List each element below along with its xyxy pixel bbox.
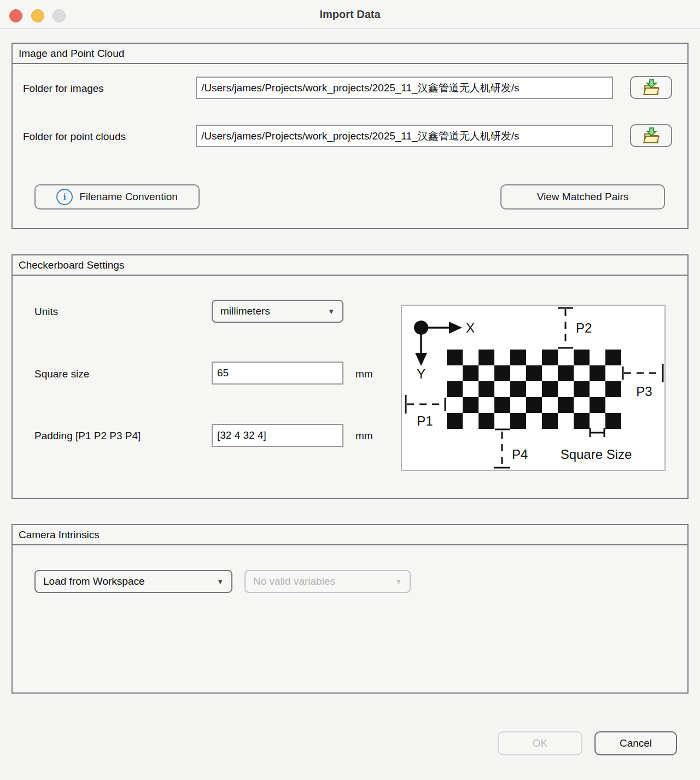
browse-clouds-button[interactable] [630,124,672,147]
folder-images-input[interactable] [196,77,613,99]
chevron-down-icon: ▼ [395,578,402,586]
section-header: Image and Point Cloud [13,44,687,64]
square-size-unit: mm [355,363,373,385]
padding-input[interactable] [212,424,343,447]
view-matched-pairs-label: View Matched Pairs [537,191,629,203]
square-size-input[interactable] [212,362,343,385]
intrinsics-variable-dropdown: No valid variables ▼ [244,570,411,593]
square-size-label: Square size [34,363,89,385]
x-axis-label: X [466,321,475,335]
open-folder-icon [641,79,662,97]
units-value: millimeters [220,305,270,317]
browse-images-button[interactable] [630,76,672,99]
p3-label: P3 [636,384,652,399]
y-axis-arrowhead [415,353,427,366]
import-data-dialog: Import Data Image and Point Cloud Folder… [0,0,700,780]
padding-label: Padding [P1 P2 P3 P4] [34,424,141,447]
p1-label: P1 [417,414,433,428]
square-size-measure-label: Square Size [561,447,632,462]
filename-convention-label: Filename Convention [79,191,178,203]
y-axis-label: Y [417,366,425,381]
padding-unit: mm [355,424,373,447]
checkerboard-pattern [447,350,621,429]
section-header: Checkerboard Settings [13,255,687,276]
cancel-button[interactable]: Cancel [594,731,677,755]
section-header: Camera Intrinsics [13,525,687,545]
info-icon: i [56,189,73,205]
square-size-measure-ticks [590,428,604,437]
intrinsics-source-dropdown[interactable]: Load from Workspace ▼ [34,570,232,593]
open-folder-icon [641,127,662,145]
titlebar: Import Data [0,0,700,29]
window-title: Import Data [0,0,700,28]
intrinsics-source-value: Load from Workspace [43,575,145,587]
units-dropdown[interactable]: millimeters ▼ [212,300,343,323]
filename-convention-button[interactable]: i Filename Convention [34,184,200,209]
ok-button: OK [498,731,582,755]
chevron-down-icon: ▼ [217,578,224,586]
folder-clouds-input[interactable] [196,125,613,147]
units-label: Units [34,300,58,323]
cancel-label: Cancel [620,737,652,749]
camera-intrinsics-section: Camera Intrinsics [11,524,689,694]
p4-label: P4 [512,447,528,462]
x-axis-arrowhead [449,322,462,334]
ok-label: OK [533,737,547,749]
folder-clouds-label: Folder for point clouds [23,125,126,148]
chevron-down-icon: ▼ [328,307,335,316]
view-matched-pairs-button[interactable]: View Matched Pairs [500,184,665,209]
checkerboard-diagram: X Y P2 P1 P3 P4 Square Size [401,305,666,471]
p2-label: P2 [576,321,592,335]
folder-images-label: Folder for images [23,77,104,100]
intrinsics-variable-value: No valid variables [253,575,335,587]
